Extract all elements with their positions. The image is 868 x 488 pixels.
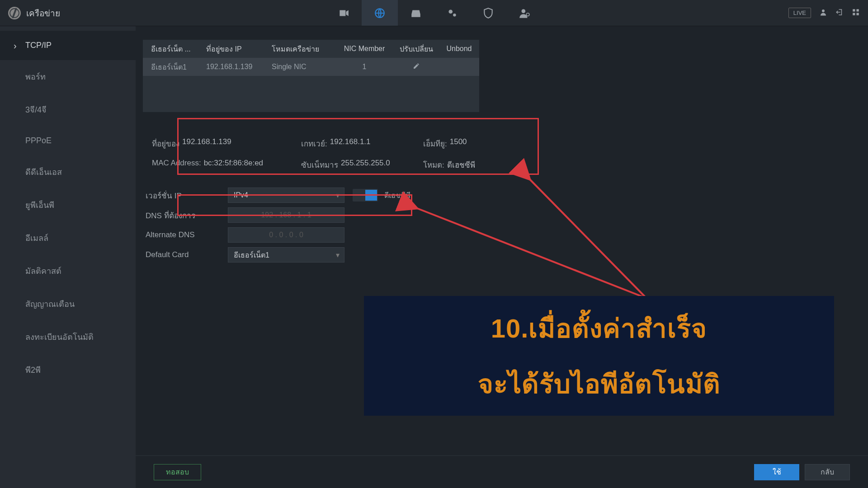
info-gateway: เกทเวย์:192.168.1.1 xyxy=(301,137,423,150)
select-ipversion[interactable]: IPv4 xyxy=(228,188,344,203)
sidebar-item-pppoe[interactable]: PPPoE xyxy=(0,126,136,155)
live-badge[interactable]: LIVE xyxy=(788,8,811,18)
info-mac: MAC Address:bc:32:5f:86:8e:ed xyxy=(152,159,301,171)
page-title: เครือข่าย xyxy=(26,6,60,20)
cell-mode: Single NIC xyxy=(272,63,335,71)
callout-overlay: 10.เมื่อตั้งค่าสำเร็จ จะได้รับไอพีอัตโนม… xyxy=(364,296,834,416)
col-ip: ที่อยู่ของ IP xyxy=(206,43,272,55)
nav-settings[interactable] xyxy=(434,0,470,26)
info-mtu: เอ็มทียู:1500 xyxy=(423,137,500,150)
cell-ip: 192.168.1.139 xyxy=(206,63,272,71)
nav-storage[interactable] xyxy=(398,0,434,26)
select-default-card[interactable]: อีเธอร์เน็ต1 xyxy=(228,247,344,263)
svg-rect-6 xyxy=(853,9,855,11)
user-icon[interactable] xyxy=(819,8,827,18)
nav-network[interactable] xyxy=(362,0,398,26)
test-button[interactable]: ทอสอบ xyxy=(154,464,201,480)
svg-point-2 xyxy=(453,14,456,17)
sidebar-item-multicast[interactable]: มัลติคาสต์ xyxy=(0,254,136,287)
nav-account[interactable] xyxy=(506,0,542,26)
nic-table: อีเธอร์เน็ต ... ที่อยู่ของ IP โหมดเครือข… xyxy=(143,40,479,112)
sidebar-item-ddns[interactable]: ดีดีเอ็นเอส xyxy=(0,155,136,188)
nav-security[interactable] xyxy=(470,0,506,26)
back-button[interactable]: กลับ xyxy=(805,464,850,480)
sidebar: TCP/IP พอร์ท 3จี/4จี PPPoE ดีดีเอ็นเอส ย… xyxy=(0,26,136,488)
label-dhcp: ดีเฮชซีพี xyxy=(384,190,410,201)
svg-point-3 xyxy=(522,9,526,13)
sidebar-item-p2p[interactable]: พี2พี xyxy=(0,353,136,386)
footer-bar: ทอสอบ ใช้ กลับ xyxy=(136,455,868,488)
callout-line1: 10.เมื่อตั้งค่าสำเร็จ xyxy=(377,307,821,349)
toggle-knob xyxy=(365,190,377,201)
col-unbond: Unbond xyxy=(439,45,479,53)
nic-data-row[interactable]: อีเธอร์เน็ต1 192.168.1.139 Single NIC 1 xyxy=(143,58,479,76)
row-pref-dns: DNS ที่ต้องการ 192 . 168 . 1 . 1 xyxy=(143,205,441,225)
form-area: เวอร์ชั่น IP IPv4 ดีเฮชซีพี DNS ที่ต้องก… xyxy=(143,185,441,265)
svg-point-4 xyxy=(526,13,529,16)
label-alt-dns: Alternate DNS xyxy=(143,230,228,239)
cell-edit[interactable] xyxy=(394,62,439,71)
grid-icon[interactable] xyxy=(852,8,860,18)
col-ethernet: อีเธอร์เน็ต ... xyxy=(143,43,206,55)
cell-eth: อีเธอร์เน็ต1 xyxy=(143,61,206,73)
label-pref-dns: DNS ที่ต้องการ xyxy=(143,209,228,221)
topbar-nav xyxy=(326,0,542,26)
cell-member: 1 xyxy=(335,63,394,71)
top-bar: เครือข่าย LIVE xyxy=(0,0,868,26)
label-ipversion: เวอร์ชั่น IP xyxy=(143,189,228,202)
svg-point-5 xyxy=(822,9,825,12)
sidebar-item-upnp[interactable]: ยูพีเอ็นพี xyxy=(0,188,136,221)
svg-rect-8 xyxy=(853,13,855,15)
topbar-left: เครือข่าย xyxy=(8,6,60,20)
input-pref-dns[interactable]: 192 . 168 . 1 . 1 xyxy=(228,207,344,223)
row-ipversion: เวอร์ชั่น IP IPv4 ดีเฮชซีพี xyxy=(143,185,441,205)
info-subnet: ซับเน็ทมาร255.255.255.0 xyxy=(301,159,423,171)
info-panel: ที่อยู่ของ192.168.1.139 เกทเวย์:192.168.… xyxy=(143,130,491,178)
info-mode: โหมด:ดีเฮชซีพี xyxy=(423,159,500,171)
network-logo-icon xyxy=(8,7,21,19)
svg-rect-9 xyxy=(857,13,859,15)
sidebar-item-alarm[interactable]: สัญญาณเตือน xyxy=(0,287,136,320)
col-edit: ปรับเปลี่ยน xyxy=(394,43,439,55)
topbar-right: LIVE xyxy=(788,8,860,18)
label-default-card: Default Card xyxy=(143,250,228,259)
row-alt-dns: Alternate DNS 0 . 0 . 0 . 0 xyxy=(143,225,441,245)
pencil-icon[interactable] xyxy=(413,62,420,70)
input-alt-dns[interactable]: 0 . 0 . 0 . 0 xyxy=(228,227,344,243)
col-member: NIC Member xyxy=(335,45,394,53)
callout-line2: จะได้รับไอพีอัตโนมัติ xyxy=(377,363,821,405)
main-layout: TCP/IP พอร์ท 3จี/4จี PPPoE ดีดีเอ็นเอส ย… xyxy=(0,26,868,488)
sidebar-item-tcpip[interactable]: TCP/IP xyxy=(0,31,136,60)
apply-button[interactable]: ใช้ xyxy=(754,464,799,480)
info-ip: ที่อยู่ของ192.168.1.139 xyxy=(152,137,301,150)
nav-camera[interactable] xyxy=(326,0,362,26)
nic-blank-area xyxy=(143,76,479,112)
row-default-card: Default Card อีเธอร์เน็ต1 xyxy=(143,245,441,265)
sidebar-item-register[interactable]: ลงทะเบียนอัตโนมัติ xyxy=(0,320,136,353)
sidebar-item-3g4g[interactable]: 3จี/4จี xyxy=(0,93,136,126)
logout-icon[interactable] xyxy=(835,8,844,18)
sidebar-item-port[interactable]: พอร์ท xyxy=(0,60,136,93)
col-mode: โหมดเครือข่าย xyxy=(272,43,335,55)
nic-header-row: อีเธอร์เน็ต ... ที่อยู่ของ IP โหมดเครือข… xyxy=(143,40,479,58)
sidebar-item-email[interactable]: อีเมลล์ xyxy=(0,221,136,254)
svg-point-1 xyxy=(448,9,453,14)
content: อีเธอร์เน็ต ... ที่อยู่ของ IP โหมดเครือข… xyxy=(136,26,868,488)
dhcp-toggle[interactable] xyxy=(353,189,378,202)
svg-rect-7 xyxy=(857,9,859,11)
